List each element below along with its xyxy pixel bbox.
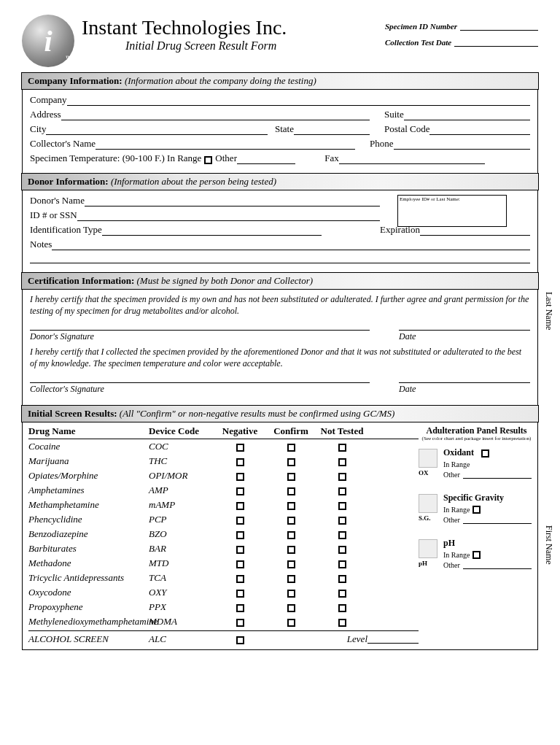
postal-field[interactable] [429,125,530,135]
nt-checkbox[interactable] [338,487,346,495]
panel-swatch [419,539,438,558]
nt-checkbox[interactable] [338,517,346,525]
city-field[interactable] [46,125,268,135]
nt-checkbox[interactable] [338,473,346,481]
neg-checkbox[interactable] [236,502,244,510]
neg-checkbox[interactable] [236,444,244,452]
id-label: ID # or SSN [30,209,77,221]
nt-checkbox[interactable] [338,502,346,510]
panel-other-field[interactable] [463,562,532,569]
phone-label: Phone [370,138,394,150]
conf-checkbox[interactable] [287,560,295,568]
donor-sig-label[interactable]: Donor's Signature [30,330,370,342]
nt-checkbox[interactable] [338,590,346,598]
conf-checkbox[interactable] [287,604,295,612]
collection-date-field[interactable] [454,38,538,47]
conf-checkbox[interactable] [287,517,295,525]
idtype-field[interactable] [102,225,322,236]
conf-checkbox[interactable] [287,619,295,627]
state-field[interactable] [294,125,370,135]
id-field[interactable] [77,211,380,221]
nt-checkbox[interactable] [338,604,346,612]
company-field[interactable] [67,96,530,106]
conf-checkbox[interactable] [287,487,295,495]
employee-id-box[interactable]: Employee ID# or Last Name: [397,195,507,227]
collector-date-label[interactable]: Date [399,382,530,395]
collector-sig-label[interactable]: Collector's Signature [30,382,370,395]
oxidant-checkbox[interactable] [481,449,489,458]
conf-checkbox[interactable] [287,546,295,554]
collection-date-label: Collection Test Date [385,38,451,47]
drug-row: MarijuanaTHC [28,454,419,468]
alcohol-checkbox[interactable] [236,636,244,644]
address-field[interactable] [61,110,370,120]
nt-checkbox[interactable] [338,444,346,452]
alcohol-level-field[interactable] [368,635,419,644]
drug-row: BarbituratesBAR [28,541,419,556]
neg-checkbox[interactable] [236,531,244,539]
logo-icon: i [22,15,74,67]
suite-field[interactable] [404,110,530,120]
state-label: State [275,123,294,135]
temp-other-label: Other [215,153,237,164]
notes-field[interactable] [52,240,530,250]
neg-checkbox[interactable] [236,546,244,554]
nt-checkbox[interactable] [338,575,346,583]
conf-checkbox[interactable] [287,575,295,583]
inrange-checkbox[interactable] [472,551,481,559]
nt-checkbox[interactable] [338,458,346,466]
phone-field[interactable] [394,139,531,150]
panel-other-field[interactable] [463,517,532,524]
temp-other-field[interactable] [237,154,295,164]
collector-field[interactable] [96,139,355,150]
neg-checkbox[interactable] [236,604,244,612]
nt-checkbox[interactable] [338,560,346,568]
neg-checkbox[interactable] [236,473,244,481]
panel-note: (See color chart and package insert for … [421,436,532,441]
nt-checkbox[interactable] [338,531,346,539]
alcohol-row: ALCOHOL SCREEN ALC Level [28,630,419,646]
specimen-id-field[interactable] [460,22,538,31]
conf-checkbox[interactable] [287,590,295,598]
conf-checkbox[interactable] [287,473,295,481]
neg-checkbox[interactable] [236,560,244,568]
temp-inrange-checkbox[interactable] [204,156,212,164]
neg-checkbox[interactable] [236,619,244,627]
drug-row: PropoxyphenePPX [28,600,419,614]
conf-checkbox[interactable] [287,531,295,539]
neg-checkbox[interactable] [236,487,244,495]
panel-other-field[interactable] [463,471,532,479]
notes-field-2[interactable] [30,253,530,263]
neg-checkbox[interactable] [236,590,244,598]
fax-field[interactable] [339,154,486,164]
drug-row: Opiates/MorphineOPI/MOR [28,468,419,483]
drug-row: CocaineCOC [28,439,419,454]
neg-checkbox[interactable] [236,458,244,466]
results-table-header: Drug Name Device Code Negative Confirm N… [28,425,419,439]
inrange-checkbox[interactable] [472,506,481,514]
donor-date-label[interactable]: Date [399,330,530,342]
neg-checkbox[interactable] [236,517,244,525]
drug-row: PhencyclidinePCP [28,512,419,527]
panel-block: pHpH In Range Other [421,538,532,576]
drug-row: MethamphetaminemAMP [28,498,419,512]
drug-row: AmphetaminesAMP [28,483,419,498]
drug-row: Tricyclic AntidepressantsTCA [28,571,419,585]
city-label: City [30,123,46,135]
conf-checkbox[interactable] [287,458,295,466]
conf-checkbox[interactable] [287,444,295,452]
postal-label: Postal Code [384,123,429,135]
expiration-field[interactable] [420,225,530,236]
idtype-label: Identification Type [30,224,102,236]
address-label: Address [30,109,61,120]
cert-section-header: Certification Information: (Must be sign… [21,272,539,290]
neg-checkbox[interactable] [236,575,244,583]
conf-checkbox[interactable] [287,502,295,510]
collector-label: Collector's Name [30,138,96,150]
donor-cert-text: I hereby certify that the specimen provi… [30,294,530,317]
donor-section-header: Donor Information: (Information about th… [21,173,539,190]
first-name-side-label: First Name [543,525,554,565]
donor-name-field[interactable] [85,196,380,206]
nt-checkbox[interactable] [338,546,346,554]
nt-checkbox[interactable] [338,619,346,627]
